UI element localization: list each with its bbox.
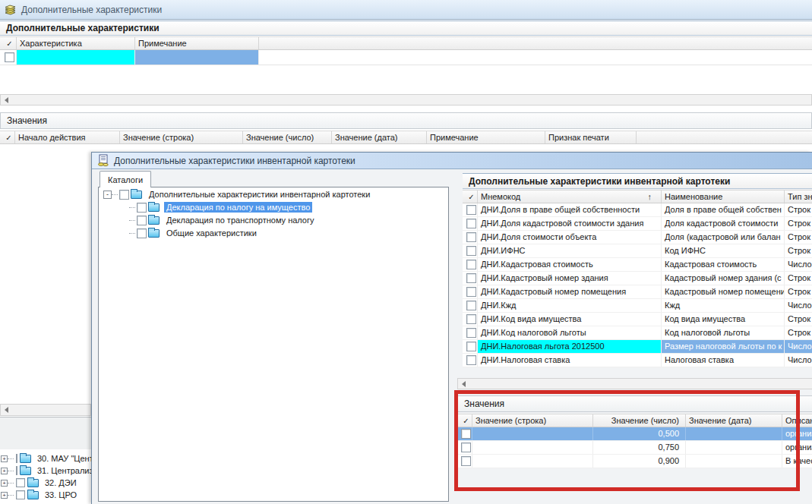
name-cell[interactable]: Кжд <box>662 299 785 312</box>
name-cell[interactable]: Код вида имущества <box>662 313 785 326</box>
tree-item-label[interactable]: 30. МАУ "Цент <box>35 453 91 464</box>
table-row[interactable]: ДНИ.Кжд Кжд Число <box>463 299 812 313</box>
row-checkbox[interactable] <box>466 355 476 365</box>
left-arrow-icon[interactable] <box>5 97 8 103</box>
type-cell[interactable]: Строк <box>785 244 812 257</box>
type-cell[interactable]: Строк <box>785 231 812 244</box>
tree-root-label[interactable]: Дополнительные характеристики инвентарно… <box>147 189 372 200</box>
column-header-string-value[interactable]: Значение (строка) <box>120 131 243 143</box>
column-header-name[interactable]: Наименование <box>662 191 785 203</box>
date-value-cell[interactable] <box>686 441 782 454</box>
table-row[interactable]: 0,500 организ <box>457 427 812 441</box>
tree-item-label[interactable]: 33. ЦРО <box>43 490 79 500</box>
row-checkbox[interactable] <box>466 260 476 269</box>
date-value-cell[interactable] <box>686 455 782 468</box>
column-header-mnemocode[interactable]: Мнемокод ↑ <box>478 191 662 203</box>
expand-icon[interactable]: + <box>1 480 8 487</box>
tree-checkbox[interactable] <box>16 454 17 463</box>
string-value-cell[interactable] <box>472 441 593 454</box>
name-cell[interactable]: Кадастровый номер здания (с <box>662 272 785 285</box>
row-checkbox[interactable] <box>466 219 476 228</box>
note-cell[interactable] <box>135 50 259 65</box>
tree-item[interactable]: Декларация по транспортному налогу <box>99 214 448 226</box>
characteristic-cell[interactable] <box>17 50 135 65</box>
date-value-cell[interactable] <box>686 427 782 440</box>
tree-item[interactable]: + 31. Централиз <box>0 465 91 477</box>
table-row[interactable]: ДНИ.ИФНС Код ИФНС Строк <box>463 244 812 258</box>
table-row[interactable]: 0,750 организ <box>457 441 812 455</box>
table-row[interactable]: ДНИ.Кадастровый номер помещения Кадастро… <box>463 285 812 299</box>
name-cell[interactable]: Доля в праве общей собствен <box>662 203 785 216</box>
expand-icon[interactable]: + <box>1 468 8 474</box>
mnemocode-cell[interactable]: ДНИ.Доля стоимости объекта <box>478 231 662 244</box>
description-cell[interactable]: организ <box>782 427 812 440</box>
type-cell[interactable]: Число <box>785 340 812 353</box>
type-cell[interactable]: Строк <box>785 285 812 298</box>
mnemocode-cell[interactable]: ДНИ.Налоговая льгота 2012500 <box>478 340 662 353</box>
mnemocode-cell[interactable]: ДНИ.Доля кадастровой стоимости здания <box>478 217 662 230</box>
column-header-type[interactable]: Тип зн <box>785 191 812 203</box>
type-cell[interactable]: Строк <box>785 313 812 326</box>
type-cell[interactable]: Строк <box>785 203 812 216</box>
tree-checkbox[interactable] <box>137 216 147 225</box>
mnemocode-cell[interactable]: ДНИ.Кадастровая стоимость <box>478 258 662 271</box>
table-row[interactable]: ДНИ.Налоговая льгота 2012500 Размер нало… <box>463 340 812 354</box>
name-cell[interactable]: Доля кадастровой стоимости <box>662 217 785 230</box>
mnemocode-cell[interactable]: ДНИ.ИФНС <box>478 244 662 257</box>
string-value-cell[interactable] <box>472 427 593 440</box>
column-header-date-value[interactable]: Значение (дата) <box>332 131 427 143</box>
name-cell[interactable]: Кадастровый номер помещени <box>662 285 785 298</box>
tree-item-label[interactable]: 32. ДЭИ <box>43 477 79 488</box>
collapse-icon[interactable]: - <box>103 191 112 199</box>
type-cell[interactable]: Строк <box>785 272 812 285</box>
expand-icon[interactable]: + <box>1 492 8 499</box>
tree-item-label[interactable]: 31. Централиз <box>35 465 91 476</box>
check-column-header[interactable]: ✓ <box>0 37 17 49</box>
row-checkbox[interactable] <box>466 232 476 242</box>
mnemocode-cell[interactable]: ДНИ.Код вида имущества <box>478 313 662 326</box>
tree-item-label[interactable]: Декларация по налогу на имущество <box>164 202 312 213</box>
name-cell[interactable]: Кадастровая стоимость <box>662 258 785 271</box>
tree-checkbox[interactable] <box>16 466 17 475</box>
tree-checkbox[interactable] <box>16 490 25 499</box>
tree-item[interactable]: + 30. МАУ "Цент <box>0 452 91 465</box>
column-header-number-value[interactable]: Значение (число) <box>243 131 332 143</box>
row-checkbox[interactable] <box>461 456 471 466</box>
column-header-number-value[interactable]: Значение (число) <box>593 414 686 427</box>
tab-catalogs[interactable]: Каталоги <box>100 171 151 187</box>
mnemocode-cell[interactable]: ДНИ.Кадастровый номер помещения <box>478 285 662 298</box>
tree-item[interactable]: Декларация по налогу на имущество <box>99 201 448 213</box>
type-cell[interactable]: Число <box>785 354 812 367</box>
column-header-note[interactable]: Примечание <box>427 131 545 143</box>
tree-checkbox[interactable] <box>137 203 147 213</box>
mnemocode-cell[interactable]: ДНИ.Код налоговой льготы <box>478 326 662 339</box>
horizontal-scrollbar[interactable] <box>0 404 91 416</box>
row-checkbox[interactable] <box>5 52 14 62</box>
number-value-cell[interactable]: 0,500 <box>593 427 686 440</box>
sort-asc-icon[interactable]: ↑ <box>648 191 652 203</box>
row-checkbox[interactable] <box>466 287 476 297</box>
row-checkbox[interactable] <box>466 301 476 310</box>
column-header-date-value[interactable]: Значение (дата) <box>686 414 782 427</box>
number-value-cell[interactable]: 0,750 <box>593 441 686 454</box>
left-arrow-icon[interactable] <box>462 381 466 387</box>
mnemocode-cell[interactable]: ДНИ.Кадастровый номер здания <box>478 272 662 285</box>
row-checkbox[interactable] <box>466 205 476 215</box>
type-cell[interactable]: Строк <box>785 326 812 339</box>
table-row[interactable]: ДНИ.Кадастровая стоимость Кадастровая ст… <box>463 258 812 272</box>
name-cell[interactable]: Налоговая ставка <box>662 354 785 367</box>
type-cell[interactable]: Число <box>785 299 812 312</box>
number-value-cell[interactable]: 0,900 <box>593 455 686 468</box>
column-header-characteristic[interactable]: Характеристика <box>17 37 135 49</box>
name-cell[interactable]: Размер налоговой льготы по к <box>662 340 785 353</box>
tree-checkbox[interactable] <box>16 478 25 487</box>
description-cell[interactable]: организ <box>782 441 812 454</box>
check-column-header[interactable]: ✓ <box>0 131 15 143</box>
tree-item-label[interactable]: Общие характеристики <box>164 228 259 238</box>
string-value-cell[interactable] <box>472 455 593 468</box>
tree-item-label[interactable]: Декларация по транспортному налогу <box>164 215 317 225</box>
tree-checkbox[interactable] <box>119 190 129 200</box>
tree-checkbox[interactable] <box>137 228 147 238</box>
column-header-print-flag[interactable]: Признак печати <box>545 131 637 143</box>
row-checkbox[interactable] <box>466 246 476 256</box>
